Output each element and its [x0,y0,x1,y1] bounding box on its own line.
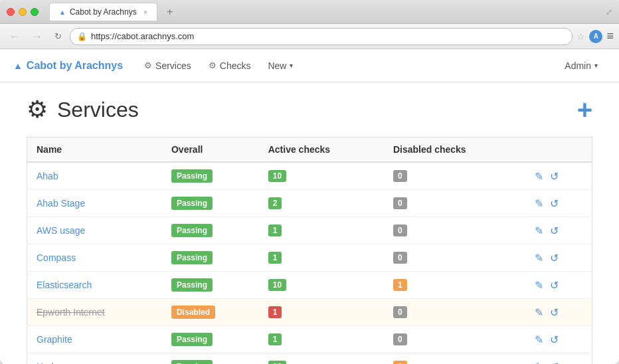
browser-toolbar: ← → ↻ 🔒 https://cabot.arachnys.com ☆ A ≡ [0,24,619,49]
forward-button[interactable]: → [28,28,46,45]
service-name-link[interactable]: AWS usage [37,225,85,236]
active-checks-badge: 1 [268,333,282,345]
edit-service-button[interactable]: ✎ [535,279,543,292]
refresh-service-button[interactable]: ↺ [550,252,559,264]
add-service-button[interactable]: + [577,96,592,123]
browser-window: ▲ Cabot by Arachnys × + ⤢ ← → ↻ 🔒 https:… [0,0,619,364]
extension-button[interactable]: A [589,30,602,43]
active-checks-badge: 2 [268,197,282,209]
ssl-lock-icon: 🔒 [77,32,87,41]
brand-name: Cabot by Arachnys [27,60,123,72]
active-checks-badge: 13 [268,361,286,364]
service-name-link[interactable]: Elasticsearch [37,280,92,290]
refresh-service-button[interactable]: ↺ [550,306,559,319]
overall-badge: Passing [171,251,213,264]
service-name-link[interactable]: Compass [37,252,76,263]
new-tab-button[interactable]: + [161,2,178,22]
action-icons: ✎↺ [535,225,582,237]
col-disabled-checks: Disabled checks [384,137,526,163]
app-content: ▲ Cabot by Arachnys ⚙ Services ⚙ Checks … [0,49,619,364]
tab-close-button[interactable]: × [143,8,147,16]
col-overall: Overall [162,137,259,163]
overall-badge: Passing [171,333,213,346]
browser-tab[interactable]: ▲ Cabot by Arachnys × [49,3,157,21]
nav-links: ⚙ Services ⚙ Checks New ▾ [136,56,557,75]
nav-new-label: New [268,60,286,71]
table-header: Name Overall Active checks Disabled chec… [27,137,592,163]
service-name-link[interactable]: Ahab [37,171,58,181]
disabled-checks-badge: 1 [393,361,407,364]
browser-titlebar: ▲ Cabot by Arachnys × + ⤢ [0,0,619,24]
browser-menu-button[interactable]: ≡ [606,29,614,43]
nav-new-dropdown[interactable]: New ▾ [260,56,301,75]
table-row: Epworth InternetDisabled10✎↺ [27,299,592,326]
action-icons: ✎↺ [535,279,582,292]
disabled-checks-badge: 0 [393,333,407,345]
edit-service-button[interactable]: ✎ [535,170,543,183]
edit-service-button[interactable]: ✎ [535,197,543,210]
overall-badge: Disabled [171,306,215,319]
tab-favicon: ▲ [59,9,66,16]
nav-checks-link[interactable]: ⚙ Checks [201,56,259,75]
service-name-link[interactable]: Hadoop [37,361,69,364]
disabled-checks-badge: 0 [393,197,407,209]
nav-admin-dropdown[interactable]: Admin ▾ [557,56,606,75]
refresh-service-button[interactable]: ↺ [550,170,559,183]
action-icons: ✎↺ [535,197,582,210]
table-row: Ahab StagePassing20✎↺ [27,190,592,217]
service-name-link[interactable]: Graphite [37,334,72,345]
edit-service-button[interactable]: ✎ [535,333,543,346]
tab-title: Cabot by Arachnys [70,7,137,17]
refresh-service-button[interactable]: ↺ [550,225,559,237]
close-dot[interactable] [7,8,15,16]
reload-button[interactable]: ↻ [50,29,66,44]
table-body: AhabPassing100✎↺Ahab StagePassing20✎↺AWS… [27,162,592,364]
overall-badge: Passing [171,169,213,183]
services-table: Name Overall Active checks Disabled chec… [27,137,592,364]
service-name-link[interactable]: Ahab Stage [37,198,85,209]
new-caret-icon: ▾ [290,62,293,69]
col-active-checks: Active checks [259,137,384,163]
table-row: GraphitePassing10✎↺ [27,326,592,353]
disabled-checks-badge: 1 [393,279,407,291]
refresh-service-button[interactable]: ↺ [550,279,559,292]
table-row: AhabPassing100✎↺ [27,162,592,190]
action-icons: ✎↺ [535,170,582,183]
refresh-service-button[interactable]: ↺ [550,333,559,346]
active-checks-badge: 10 [268,279,286,291]
page-header: ⚙ Services + [27,96,592,124]
brand-link[interactable]: ▲ Cabot by Arachnys [13,60,123,72]
edit-service-button[interactable]: ✎ [535,225,543,237]
nav-services-label: Services [155,60,191,71]
url-display: https://cabot.arachnys.com [91,31,565,41]
service-name-link[interactable]: Epworth Internet [37,307,105,318]
table-row: CompassPassing10✎↺ [27,244,592,272]
app-nav: ▲ Cabot by Arachnys ⚙ Services ⚙ Checks … [0,49,619,82]
fullscreen-icon[interactable]: ⤢ [606,7,612,17]
refresh-service-button[interactable]: ↺ [550,361,559,365]
edit-service-button[interactable]: ✎ [535,361,543,365]
bookmark-star-icon[interactable]: ☆ [576,31,585,42]
edit-service-button[interactable]: ✎ [535,306,543,319]
disabled-checks-badge: 0 [393,170,407,182]
active-checks-badge: 1 [268,252,282,264]
disabled-checks-badge: 0 [393,225,407,236]
back-button[interactable]: ← [5,28,24,45]
disabled-checks-badge: 0 [393,252,407,264]
table-row: HadoopPassing131✎↺ [27,353,592,365]
nav-services-link[interactable]: ⚙ Services [136,56,199,75]
overall-badge: Passing [171,360,213,364]
overall-badge: Passing [171,197,213,210]
page-title-icon: ⚙ [27,96,48,124]
table-row: AWS usagePassing10✎↺ [27,217,592,244]
page-title-area: ⚙ Services [27,96,139,124]
active-checks-badge: 1 [268,306,282,318]
action-icons: ✎↺ [535,252,582,264]
brand-icon: ▲ [13,60,23,71]
active-checks-badge: 10 [268,170,286,182]
edit-service-button[interactable]: ✎ [535,252,543,264]
minimize-dot[interactable] [19,8,27,16]
refresh-service-button[interactable]: ↺ [550,197,559,210]
maximize-dot[interactable] [31,8,39,16]
address-bar[interactable]: 🔒 https://cabot.arachnys.com [70,28,573,45]
